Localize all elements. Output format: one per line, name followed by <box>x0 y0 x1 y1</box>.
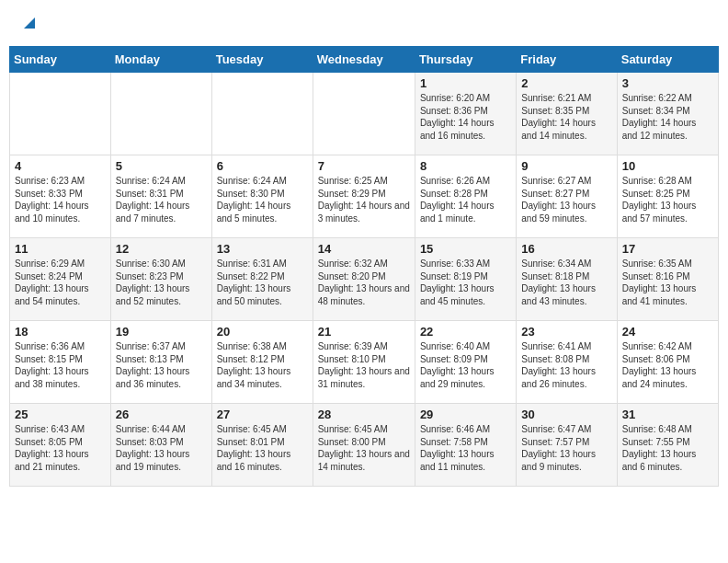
day-number: 22 <box>420 325 511 339</box>
day-info: Sunrise: 6:30 AM Sunset: 8:23 PM Dayligh… <box>116 258 207 307</box>
calendar-cell: 5Sunrise: 6:24 AM Sunset: 8:31 PM Daylig… <box>110 155 211 238</box>
calendar-cell: 12Sunrise: 6:30 AM Sunset: 8:23 PM Dayli… <box>110 238 211 321</box>
day-info: Sunrise: 6:31 AM Sunset: 8:22 PM Dayligh… <box>217 258 308 307</box>
calendar-cell: 20Sunrise: 6:38 AM Sunset: 8:12 PM Dayli… <box>211 321 313 404</box>
day-info: Sunrise: 6:25 AM Sunset: 8:29 PM Dayligh… <box>318 175 410 224</box>
day-info: Sunrise: 6:23 AM Sunset: 8:33 PM Dayligh… <box>15 175 106 224</box>
calendar-cell: 26Sunrise: 6:44 AM Sunset: 8:03 PM Dayli… <box>110 404 211 487</box>
calendar-cell: 16Sunrise: 6:34 AM Sunset: 8:18 PM Dayli… <box>517 238 617 321</box>
calendar-cell: 21Sunrise: 6:39 AM Sunset: 8:10 PM Dayli… <box>313 321 415 404</box>
day-number: 25 <box>15 408 106 421</box>
page-header <box>9 9 719 39</box>
day-info: Sunrise: 6:28 AM Sunset: 8:25 PM Dayligh… <box>622 175 713 224</box>
day-info: Sunrise: 6:40 AM Sunset: 8:09 PM Dayligh… <box>420 340 511 390</box>
day-info: Sunrise: 6:34 AM Sunset: 8:18 PM Dayligh… <box>521 258 611 307</box>
day-info: Sunrise: 6:26 AM Sunset: 8:28 PM Dayligh… <box>420 175 511 224</box>
calendar-cell: 9Sunrise: 6:27 AM Sunset: 8:27 PM Daylig… <box>517 155 617 238</box>
day-number: 16 <box>521 242 611 256</box>
calendar-cell: 10Sunrise: 6:28 AM Sunset: 8:25 PM Dayli… <box>617 155 718 238</box>
day-number: 30 <box>521 408 611 421</box>
day-info: Sunrise: 6:45 AM Sunset: 8:01 PM Dayligh… <box>217 423 308 473</box>
day-number: 20 <box>217 325 308 339</box>
calendar-day-header: Thursday <box>415 47 516 73</box>
day-number: 26 <box>116 408 207 421</box>
day-info: Sunrise: 6:24 AM Sunset: 8:30 PM Dayligh… <box>217 175 308 224</box>
calendar-cell: 29Sunrise: 6:46 AM Sunset: 7:58 PM Dayli… <box>415 404 516 487</box>
day-info: Sunrise: 6:48 AM Sunset: 7:55 PM Dayligh… <box>622 423 713 473</box>
calendar-cell: 28Sunrise: 6:45 AM Sunset: 8:00 PM Dayli… <box>313 404 415 487</box>
day-number: 10 <box>622 159 713 173</box>
day-info: Sunrise: 6:46 AM Sunset: 7:58 PM Dayligh… <box>420 423 511 473</box>
day-info: Sunrise: 6:44 AM Sunset: 8:03 PM Dayligh… <box>116 423 207 473</box>
calendar-cell: 24Sunrise: 6:42 AM Sunset: 8:06 PM Dayli… <box>617 321 718 404</box>
calendar-cell: 14Sunrise: 6:32 AM Sunset: 8:20 PM Dayli… <box>313 238 415 321</box>
day-info: Sunrise: 6:20 AM Sunset: 8:36 PM Dayligh… <box>420 92 511 142</box>
calendar-cell: 15Sunrise: 6:33 AM Sunset: 8:19 PM Dayli… <box>415 238 516 321</box>
day-number: 13 <box>217 242 308 256</box>
calendar-week-row: 18Sunrise: 6:36 AM Sunset: 8:15 PM Dayli… <box>10 321 719 404</box>
day-number: 29 <box>420 408 511 421</box>
day-number: 4 <box>15 159 106 173</box>
calendar-day-header: Tuesday <box>211 47 313 73</box>
calendar-cell: 8Sunrise: 6:26 AM Sunset: 8:28 PM Daylig… <box>415 155 516 238</box>
calendar-header-row: SundayMondayTuesdayWednesdayThursdayFrid… <box>10 47 719 73</box>
day-info: Sunrise: 6:27 AM Sunset: 8:27 PM Dayligh… <box>521 175 611 224</box>
day-info: Sunrise: 6:33 AM Sunset: 8:19 PM Dayligh… <box>420 258 511 307</box>
day-number: 1 <box>420 76 511 90</box>
day-number: 28 <box>318 408 410 421</box>
calendar-cell: 6Sunrise: 6:24 AM Sunset: 8:30 PM Daylig… <box>211 155 313 238</box>
day-info: Sunrise: 6:47 AM Sunset: 7:57 PM Dayligh… <box>521 423 611 473</box>
day-info: Sunrise: 6:21 AM Sunset: 8:35 PM Dayligh… <box>521 92 611 142</box>
calendar-day-header: Wednesday <box>313 47 415 73</box>
day-number: 2 <box>521 76 611 90</box>
day-info: Sunrise: 6:39 AM Sunset: 8:10 PM Dayligh… <box>318 340 410 390</box>
calendar-cell: 25Sunrise: 6:43 AM Sunset: 8:05 PM Dayli… <box>10 404 111 487</box>
day-info: Sunrise: 6:38 AM Sunset: 8:12 PM Dayligh… <box>217 340 308 390</box>
day-number: 18 <box>15 325 106 339</box>
calendar-cell: 13Sunrise: 6:31 AM Sunset: 8:22 PM Dayli… <box>211 238 313 321</box>
calendar-cell <box>110 73 211 155</box>
day-info: Sunrise: 6:35 AM Sunset: 8:16 PM Dayligh… <box>622 258 713 307</box>
day-number: 11 <box>15 242 106 256</box>
day-number: 7 <box>318 159 410 173</box>
day-number: 5 <box>116 159 207 173</box>
calendar-cell <box>211 73 313 155</box>
calendar-day-header: Sunday <box>10 47 111 73</box>
calendar-cell: 22Sunrise: 6:40 AM Sunset: 8:09 PM Dayli… <box>415 321 516 404</box>
day-number: 15 <box>420 242 511 256</box>
calendar-cell: 27Sunrise: 6:45 AM Sunset: 8:01 PM Dayli… <box>211 404 313 487</box>
day-info: Sunrise: 6:29 AM Sunset: 8:24 PM Dayligh… <box>15 258 106 307</box>
day-info: Sunrise: 6:37 AM Sunset: 8:13 PM Dayligh… <box>116 340 207 390</box>
day-info: Sunrise: 6:32 AM Sunset: 8:20 PM Dayligh… <box>318 258 410 307</box>
day-number: 21 <box>318 325 410 339</box>
day-number: 8 <box>420 159 511 173</box>
calendar-table: SundayMondayTuesdayWednesdayThursdayFrid… <box>9 46 719 487</box>
day-info: Sunrise: 6:45 AM Sunset: 8:00 PM Dayligh… <box>318 423 410 473</box>
day-number: 14 <box>318 242 410 256</box>
calendar-cell: 4Sunrise: 6:23 AM Sunset: 8:33 PM Daylig… <box>10 155 111 238</box>
day-info: Sunrise: 6:24 AM Sunset: 8:31 PM Dayligh… <box>116 175 207 224</box>
day-number: 12 <box>116 242 207 256</box>
calendar-cell: 23Sunrise: 6:41 AM Sunset: 8:08 PM Dayli… <box>517 321 617 404</box>
calendar-cell: 17Sunrise: 6:35 AM Sunset: 8:16 PM Dayli… <box>617 238 718 321</box>
calendar-day-header: Friday <box>517 47 617 73</box>
calendar-cell: 11Sunrise: 6:29 AM Sunset: 8:24 PM Dayli… <box>10 238 111 321</box>
calendar-cell: 18Sunrise: 6:36 AM Sunset: 8:15 PM Dayli… <box>10 321 111 404</box>
day-number: 9 <box>521 159 611 173</box>
calendar-week-row: 25Sunrise: 6:43 AM Sunset: 8:05 PM Dayli… <box>10 404 719 487</box>
calendar-cell: 1Sunrise: 6:20 AM Sunset: 8:36 PM Daylig… <box>415 73 516 155</box>
calendar-week-row: 4Sunrise: 6:23 AM Sunset: 8:33 PM Daylig… <box>10 155 719 238</box>
calendar-day-header: Monday <box>110 47 211 73</box>
calendar-cell: 31Sunrise: 6:48 AM Sunset: 7:55 PM Dayli… <box>617 404 718 487</box>
logo-triangle-icon <box>20 16 35 34</box>
day-number: 6 <box>217 159 308 173</box>
calendar-cell: 7Sunrise: 6:25 AM Sunset: 8:29 PM Daylig… <box>313 155 415 238</box>
day-number: 27 <box>217 408 308 421</box>
day-number: 3 <box>622 76 713 90</box>
day-number: 17 <box>622 242 713 256</box>
day-info: Sunrise: 6:36 AM Sunset: 8:15 PM Dayligh… <box>15 340 106 390</box>
logo <box>18 14 35 34</box>
day-number: 24 <box>622 325 713 339</box>
day-info: Sunrise: 6:22 AM Sunset: 8:34 PM Dayligh… <box>622 92 713 142</box>
day-info: Sunrise: 6:43 AM Sunset: 8:05 PM Dayligh… <box>15 423 106 473</box>
